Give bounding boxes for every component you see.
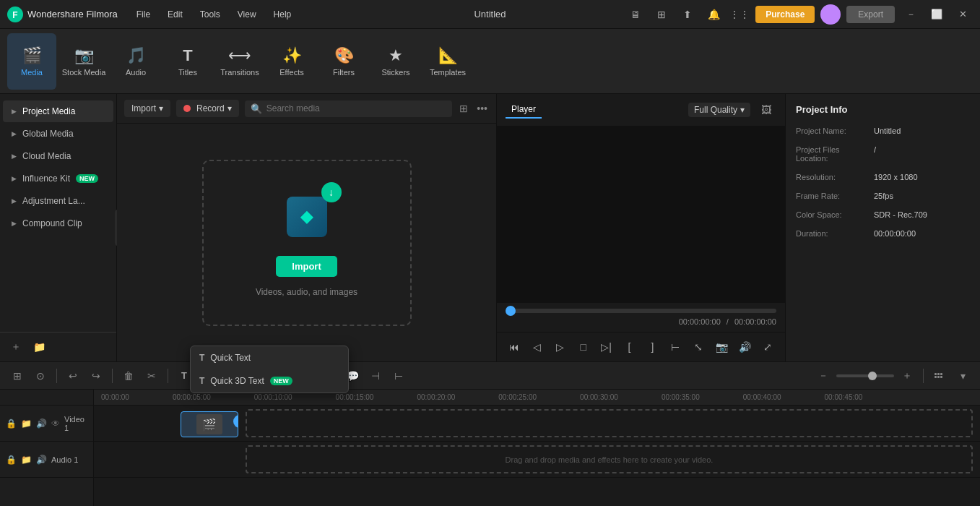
more-options-icon[interactable]: •••: [475, 101, 489, 116]
redo-button[interactable]: ↪: [86, 366, 106, 386]
audio-track-sound-icon[interactable]: 🔊: [36, 455, 47, 465]
bell-icon[interactable]: 🔔: [703, 4, 724, 25]
quality-select[interactable]: Full Quality ▾: [688, 103, 750, 117]
menu-bar: File Edit Tools View Help: [129, 7, 626, 22]
record-button[interactable]: Record ▾: [176, 100, 239, 117]
go-to-start-button[interactable]: ⏮: [506, 337, 523, 357]
undo-button[interactable]: ↩: [63, 366, 83, 386]
upload-icon[interactable]: ⬆: [677, 4, 698, 25]
volume-button[interactable]: 🔊: [736, 337, 753, 357]
menu-file[interactable]: File: [129, 7, 157, 22]
track-labels: 🔒 📁 🔊 👁 Video 1 🔒 📁 🔊 Audio 1: [0, 390, 94, 506]
merge-button[interactable]: ⊢: [389, 366, 409, 386]
track-folder-icon[interactable]: 📁: [21, 419, 32, 429]
search-input[interactable]: [266, 103, 447, 113]
sidebar-item-compound-clip[interactable]: ▶ Compound Clip: [3, 213, 113, 234]
fullscreen-button[interactable]: ⤡: [690, 337, 707, 357]
total-time: 00:00:00:00: [734, 317, 776, 326]
track-audio-icon[interactable]: 🔊: [36, 419, 47, 429]
audio-label: Audio: [126, 68, 146, 77]
grid-view-button[interactable]: [929, 366, 950, 386]
quick-3d-text-icon: T: [199, 376, 204, 386]
import-drop-area[interactable]: ◆ ↓ Import Videos, audio, and images: [202, 160, 412, 326]
frame-back-button[interactable]: ◁: [529, 337, 546, 357]
audio-track-lock-icon[interactable]: 🔒: [6, 455, 17, 465]
apps-icon[interactable]: ⋮⋮: [729, 4, 750, 25]
info-row-framerate: Frame Rate: 25fps: [796, 192, 970, 200]
camera-button[interactable]: 📷: [713, 337, 730, 357]
magnet-button[interactable]: ⊙: [30, 366, 51, 386]
snap-button[interactable]: ⊞: [7, 366, 27, 386]
toolbar-transitions[interactable]: ⟷ Transitions: [215, 33, 264, 90]
preview-controls: ⏮ ◁ ▷ □ ▷| [ ] ⊢ ⤡ 📷 🔊 ⤢: [497, 332, 785, 361]
menu-help[interactable]: Help: [266, 7, 299, 22]
import-media-button[interactable]: Import: [276, 256, 337, 277]
export-button[interactable]: Export: [846, 6, 895, 23]
toolbar-media[interactable]: 🎬 Media: [7, 33, 56, 90]
sidebar-item-cloud-media[interactable]: ▶ Cloud Media: [3, 145, 113, 167]
cut-button[interactable]: ✂: [142, 366, 162, 386]
split-button[interactable]: ⊣: [365, 366, 386, 386]
quick-3d-text-item[interactable]: T Quick 3D Text NEW: [191, 369, 348, 393]
toolbar-templates[interactable]: 📐 Templates: [423, 33, 472, 90]
zoom-in-button[interactable]: ＋: [897, 366, 917, 386]
monitor-icon[interactable]: 🖥: [625, 4, 646, 25]
clip-thumbnail: 🎬: [196, 414, 222, 434]
import-chevron-icon: ▾: [159, 103, 163, 113]
audio-track-area: Drag and drop media and effects here to …: [94, 442, 980, 478]
track-lock-icon[interactable]: 🔒: [6, 419, 17, 429]
out-point-button[interactable]: ]: [644, 337, 662, 357]
snapshot-icon[interactable]: 🖼: [756, 100, 776, 120]
toolbar-filters[interactable]: 🎨 Filters: [319, 33, 368, 90]
toolbar-audio[interactable]: 🎵 Audio: [111, 33, 160, 90]
zoom-slider[interactable]: [836, 374, 894, 377]
video-clip[interactable]: 🎬 +: [181, 411, 238, 437]
filter-icon[interactable]: ⊞: [458, 101, 469, 116]
sidebar-item-global-media[interactable]: ▶ Global Media: [3, 123, 113, 145]
trim-button[interactable]: ⊢: [667, 337, 684, 357]
settings-chevron-button[interactable]: ▾: [953, 366, 973, 386]
audio-drop-zone[interactable]: Drag and drop media and effects here to …: [246, 445, 973, 473]
toolbar-titles[interactable]: T Titles: [163, 33, 212, 90]
sidebar-item-project-media[interactable]: ▶ Project Media: [3, 100, 113, 122]
layout-icon[interactable]: ⊞: [651, 4, 672, 25]
drop-hint-text: Drag and drop media and effects here to …: [506, 455, 714, 464]
ruler-mark-5: 00:00:25:00: [498, 393, 537, 401]
toolbar-stock-media[interactable]: 📷 Stock Media: [59, 33, 108, 90]
user-avatar[interactable]: [820, 4, 841, 25]
toolbar-effects[interactable]: ✨ Effects: [267, 33, 316, 90]
sidebar-label-cloud-media: Cloud Media: [22, 151, 71, 161]
import-button[interactable]: Import ▾: [124, 100, 170, 117]
video-drop-zone[interactable]: [246, 409, 973, 437]
tab-player[interactable]: Player: [506, 101, 542, 119]
menu-tools[interactable]: Tools: [193, 7, 227, 22]
minimize-button[interactable]: －: [901, 4, 921, 25]
in-point-button[interactable]: [: [621, 337, 638, 357]
info-label-location: Project Files Location:: [796, 145, 868, 163]
info-value-duration: 00:00:00:00: [874, 229, 916, 238]
stop-button[interactable]: □: [575, 337, 592, 357]
arrow-icon: ▶: [12, 153, 17, 160]
titles-label: Titles: [178, 68, 197, 77]
add-media-button[interactable]: ＋: [6, 337, 26, 357]
delete-button[interactable]: 🗑: [118, 366, 139, 386]
frame-forward-button[interactable]: ▷|: [598, 337, 615, 357]
zoom-out-button[interactable]: －: [813, 366, 833, 386]
titlebar-right: 🖥 ⊞ ⬆ 🔔 ⋮⋮ Purchase Export － ⬜ ✕: [625, 4, 973, 25]
toolbar-stickers[interactable]: ★ Stickers: [371, 33, 420, 90]
maximize-button[interactable]: ⬜: [927, 4, 947, 25]
close-button[interactable]: ✕: [953, 4, 973, 25]
clip-add-button[interactable]: +: [233, 415, 238, 428]
sidebar-item-adjustment-layer[interactable]: ▶ Adjustment La...: [3, 190, 113, 212]
folder-button[interactable]: 📁: [29, 337, 49, 357]
playhead-slider[interactable]: [506, 309, 776, 313]
quick-text-item[interactable]: T Quick Text: [191, 346, 348, 369]
audio-track-folder-icon[interactable]: 📁: [21, 455, 32, 465]
track-visible-icon[interactable]: 👁: [51, 419, 60, 429]
zoom-fit-button[interactable]: ⤢: [759, 337, 776, 357]
menu-view[interactable]: View: [230, 7, 264, 22]
sidebar-item-influence-kit[interactable]: ▶ Influence Kit NEW: [3, 168, 113, 189]
menu-edit[interactable]: Edit: [160, 7, 190, 22]
purchase-button[interactable]: Purchase: [755, 6, 815, 23]
play-button[interactable]: ▷: [552, 337, 569, 357]
